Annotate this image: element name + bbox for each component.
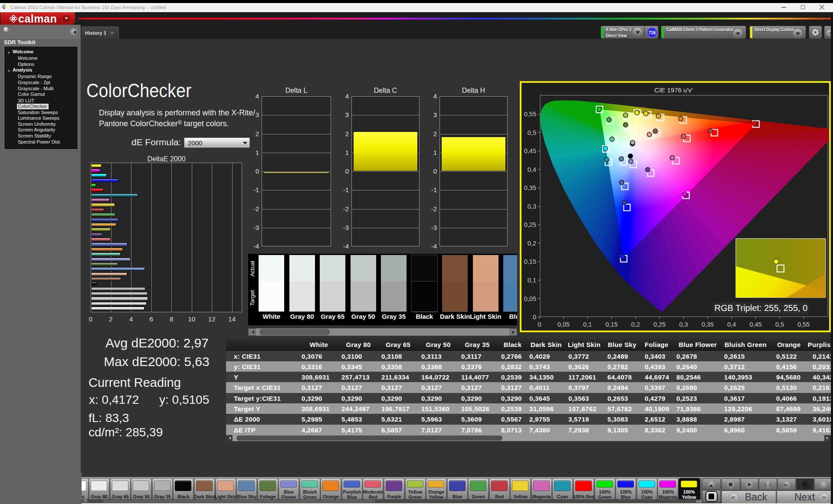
svg-text:0,5: 0,5 xyxy=(775,321,784,328)
svg-text:0,15: 0,15 xyxy=(605,321,617,328)
svg-text:0,1: 0,1 xyxy=(583,321,592,328)
svg-text:0: 0 xyxy=(533,314,536,321)
svg-text:0,25: 0,25 xyxy=(653,321,666,328)
svg-text:0,35: 0,35 xyxy=(524,184,536,191)
svg-text:CIE 1976 u'v': CIE 1976 u'v' xyxy=(654,86,692,94)
svg-text:0,3: 0,3 xyxy=(679,321,688,328)
svg-text:0,55: 0,55 xyxy=(797,321,810,328)
svg-text:0,05: 0,05 xyxy=(558,321,570,328)
svg-text:0,2: 0,2 xyxy=(631,321,640,328)
svg-text:0,45: 0,45 xyxy=(750,321,762,328)
svg-text:0,35: 0,35 xyxy=(702,321,714,328)
svg-text:0,4: 0,4 xyxy=(727,321,736,328)
svg-text:0,5: 0,5 xyxy=(528,129,536,136)
svg-text:RGB Triplet: 255, 255, 0: RGB Triplet: 255, 255, 0 xyxy=(715,303,808,313)
svg-text:0,2: 0,2 xyxy=(528,240,536,247)
svg-text:0,55: 0,55 xyxy=(524,111,536,118)
svg-text:0,4: 0,4 xyxy=(528,166,536,173)
svg-text:0,3: 0,3 xyxy=(528,203,536,210)
svg-text:0,45: 0,45 xyxy=(524,147,536,154)
svg-text:0: 0 xyxy=(538,321,541,328)
svg-text:0,25: 0,25 xyxy=(524,221,536,228)
svg-text:0,05: 0,05 xyxy=(524,295,536,302)
svg-text:0,15: 0,15 xyxy=(524,258,536,265)
svg-text:0,1: 0,1 xyxy=(528,277,536,284)
